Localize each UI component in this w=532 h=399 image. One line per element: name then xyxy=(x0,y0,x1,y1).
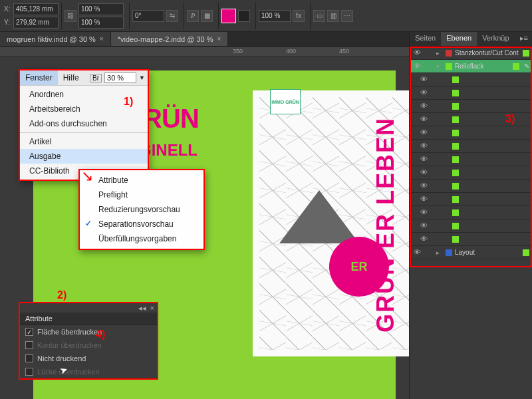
attr-row-kontur: Kontur überdrucken xyxy=(20,338,157,352)
visibility-icon[interactable]: 👁 xyxy=(419,155,428,164)
submenu-attribute[interactable]: Attribute xyxy=(80,173,203,188)
select-indicator[interactable] xyxy=(523,50,529,57)
paragraph-icon[interactable]: P xyxy=(187,10,199,22)
layer-name: Relieflack xyxy=(455,63,510,70)
chevron-down-icon[interactable]: ▼ xyxy=(139,74,145,81)
submenu-reduzierung[interactable]: Reduzierungsvorschau xyxy=(80,202,203,217)
grid-icon[interactable]: ▦ xyxy=(201,10,213,22)
menu-item-addons[interactable]: Add-ons durchsuchen xyxy=(20,116,148,131)
visibility-icon[interactable]: 👁 xyxy=(419,235,428,244)
zoom-field[interactable] xyxy=(104,72,136,83)
checkbox-icon[interactable]: ✓ xyxy=(25,328,33,336)
visibility-icon[interactable]: 👁 xyxy=(419,195,428,204)
rotate-input[interactable] xyxy=(132,10,164,22)
color-swatch xyxy=(452,170,459,176)
visibility-icon[interactable]: 👁 xyxy=(419,88,428,98)
disclosure-icon[interactable]: ▸ xyxy=(436,249,443,256)
tab-ebenen[interactable]: Ebenen xyxy=(441,32,477,46)
menu-item-artikel[interactable]: Artikel xyxy=(20,134,148,149)
x-input[interactable] xyxy=(13,3,59,15)
select-indicator[interactable] xyxy=(513,63,519,70)
select-indicator[interactable] xyxy=(523,249,529,256)
layer-row[interactable]: 👁 xyxy=(410,206,532,219)
control-toolbar: X: Y: ⛓ ⇋ P ▦ fx ▭ ▥ ⋯ xyxy=(0,0,532,32)
more-icon[interactable]: ⋯ xyxy=(341,10,353,22)
layer-row[interactable]: 👁 xyxy=(410,166,532,180)
visibility-icon[interactable]: 👁 xyxy=(419,182,428,191)
attr-row-luecke: Lücke überdrucken xyxy=(20,365,157,378)
layer-row[interactable]: 👁 xyxy=(410,100,532,113)
fill-swatch[interactable] xyxy=(221,9,236,23)
layer-row[interactable]: 👁 xyxy=(410,86,532,100)
visibility-icon[interactable]: 👁 xyxy=(419,75,428,84)
layer-row[interactable]: 👁▸Stanzkontur/Cut Cont xyxy=(410,47,532,60)
color-swatch xyxy=(452,76,459,83)
bridge-icon[interactable]: Br xyxy=(90,74,102,82)
attr-row-flaeche[interactable]: ✓Fläche überdrucken xyxy=(20,325,157,338)
layer-row[interactable]: 👁 xyxy=(410,180,532,193)
visibility-icon[interactable]: 👁 xyxy=(419,128,428,138)
align-icon[interactable]: ▭ xyxy=(313,10,325,22)
close-icon[interactable]: × xyxy=(150,304,154,312)
ruler-mark: 450 xyxy=(339,48,349,55)
ausgabe-submenu: Attribute Preflight Reduzierungsvorschau… xyxy=(78,169,205,250)
panel-tabs: Seiten Ebenen Verknüp ▸≡ xyxy=(410,32,532,47)
fenster-menu: Fenster Hilfe Br ▼ Anordnen Arbeitsberei… xyxy=(19,69,149,181)
layer-row[interactable]: 👁 xyxy=(410,73,532,86)
panel-menu-icon[interactable]: ▸≡ xyxy=(516,32,532,46)
layer-row[interactable]: 👁▾Relieflack xyxy=(410,60,532,73)
tab-verknuepf[interactable]: Verknüp xyxy=(477,32,514,46)
close-icon[interactable]: × xyxy=(100,35,104,43)
menu-fenster[interactable]: Fenster xyxy=(20,70,58,85)
submenu-preflight[interactable]: Preflight xyxy=(80,188,203,202)
scale-y-input[interactable] xyxy=(78,17,124,29)
menu-hilfe[interactable]: Hilfe xyxy=(58,70,84,85)
visibility-icon[interactable]: 👁 xyxy=(419,221,428,231)
layer-row[interactable]: 👁 xyxy=(410,193,532,206)
fx-icon[interactable]: fx xyxy=(293,10,305,22)
flip-h-icon[interactable]: ⇋ xyxy=(166,10,178,22)
attr-row-nichtdruckend[interactable]: Nicht druckend xyxy=(20,352,157,365)
zoom-select[interactable] xyxy=(259,10,291,22)
submenu-ueberfuellung[interactable]: Überfüllungsvorgaben xyxy=(80,231,203,246)
color-swatch xyxy=(452,183,459,190)
submenu-label: Separationsvorschau xyxy=(98,219,174,229)
layer-row[interactable]: 👁 xyxy=(410,233,532,246)
coord-group: X: Y: xyxy=(4,3,59,29)
collapse-icon[interactable]: ◂◂ xyxy=(138,304,146,313)
menu-item-ausgabe[interactable]: Ausgabe xyxy=(20,149,148,164)
visibility-icon[interactable]: 👁 xyxy=(419,168,428,178)
layer-row[interactable]: 👁 xyxy=(410,140,532,153)
layer-row[interactable]: 👁 xyxy=(410,153,532,166)
stroke-swatch[interactable] xyxy=(238,10,250,22)
visibility-icon[interactable]: 👁 xyxy=(419,115,428,124)
disclosure-icon[interactable]: ▸ xyxy=(436,50,443,57)
disclosure-icon[interactable]: ▾ xyxy=(436,63,443,70)
visibility-icon[interactable]: 👁 xyxy=(419,142,428,151)
layers-panel: Seiten Ebenen Verknüp ▸≡ 👁▸Stanzkontur/C… xyxy=(409,32,532,399)
visibility-icon[interactable]: 👁 xyxy=(419,102,428,111)
layer-row[interactable]: 👁▸Layout xyxy=(410,246,532,259)
visibility-icon[interactable]: 👁 xyxy=(412,49,422,58)
color-swatch xyxy=(446,50,452,57)
visibility-icon[interactable]: 👁 xyxy=(412,248,422,257)
document-tab[interactable]: *video-mappe-2.indd @ 30 %× xyxy=(111,32,229,46)
checkbox-icon[interactable] xyxy=(25,354,33,362)
visibility-icon[interactable]: 👁 xyxy=(419,208,428,217)
distribute-icon[interactable]: ▥ xyxy=(327,10,339,22)
tab-seiten[interactable]: Seiten xyxy=(410,32,441,46)
scale-x-input[interactable] xyxy=(78,3,124,15)
submenu-separations[interactable]: ✓Separationsvorschau xyxy=(80,217,203,231)
visibility-icon[interactable]: 👁 xyxy=(412,62,422,71)
color-swatch xyxy=(452,209,459,216)
document-tab[interactable]: mogruen fiktiv.indd @ 30 %× xyxy=(0,32,111,46)
link-icon[interactable]: ⛓ xyxy=(65,10,76,22)
layer-row[interactable]: 👁 xyxy=(410,219,532,233)
attr-label: Nicht druckend xyxy=(37,354,86,362)
close-icon[interactable]: × xyxy=(217,35,221,43)
attr-label: Kontur überdrucken xyxy=(37,341,102,349)
roof-shape xyxy=(279,190,359,243)
y-input[interactable] xyxy=(13,17,59,29)
ruler-mark: 400 xyxy=(286,48,296,55)
layer-row[interactable]: 👁 xyxy=(410,126,532,140)
